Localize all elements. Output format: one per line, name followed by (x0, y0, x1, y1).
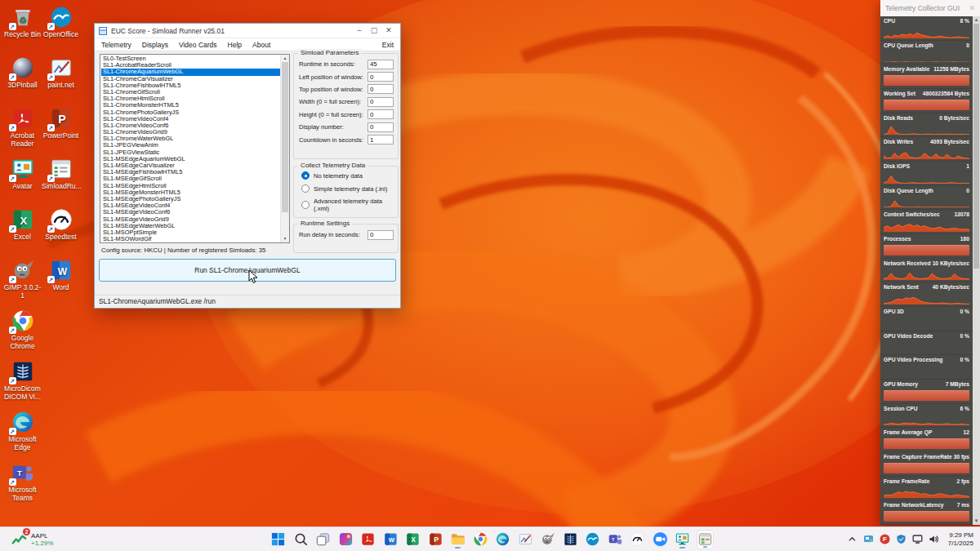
taskbar-icon-acrobat[interactable] (359, 530, 376, 549)
taskbar-icon-designer[interactable] (337, 530, 354, 549)
taskbar-icon-edge[interactable] (494, 530, 511, 549)
radio-icon[interactable] (301, 184, 310, 193)
telemetry-titlebar[interactable]: Telemetry Collector GUI ✕ (880, 0, 980, 16)
taskbar-icon-simload-window[interactable] (697, 530, 714, 549)
param-input[interactable] (368, 60, 394, 69)
menu-item-telemetry[interactable]: Telemetry (101, 41, 131, 49)
param-input[interactable] (368, 84, 394, 94)
tray-f5-icon[interactable]: F (880, 534, 890, 544)
desktop-icon-openoffice[interactable]: ↗OpenOffice (42, 5, 80, 39)
metric-head: Working Set4800323584 Bytes (884, 90, 969, 98)
run-simload-button[interactable]: Run SL1-ChromeAquariumWebGL (99, 259, 396, 282)
simload-window-icon (697, 531, 713, 547)
radio-option[interactable]: Simple telemetry data (.ini) (301, 184, 398, 193)
param-input[interactable] (368, 109, 394, 119)
taskbar-icon-taskview[interactable] (314, 530, 332, 549)
desktop-icon-avatar[interactable]: ↗Avatar (3, 157, 42, 191)
metric-sparkline (884, 195, 969, 207)
param-input[interactable] (368, 97, 394, 107)
taskbar-icon-microdicom[interactable] (562, 530, 579, 549)
telemetry-metric: Working Set4800323584 Bytes (880, 89, 973, 113)
telemetry-metric: GPU Video Decode0 % (880, 331, 973, 356)
taskbar-icon-teams[interactable]: T (607, 530, 624, 549)
metric-sparkline (884, 26, 969, 38)
param-input[interactable] (368, 72, 394, 82)
menu-item-help[interactable]: Help (228, 41, 242, 49)
param-row: Height (0 = full screen): (299, 109, 394, 121)
menu-item-about[interactable]: About (252, 41, 270, 49)
taskbar-icon-start[interactable] (270, 530, 287, 549)
param-input[interactable] (368, 230, 394, 240)
desktop-icon-chrome[interactable]: ↗Google Chrome (3, 309, 42, 350)
desktop-icon-label: Word (42, 284, 80, 292)
taskbar-icon-chrome[interactable] (472, 530, 489, 549)
taskbar-icon-speedtest[interactable] (629, 530, 646, 549)
scroll-thumb[interactable] (282, 62, 288, 212)
desktop-icon-teams[interactable]: T↗Microsoft Teams (3, 460, 42, 502)
desktop-icon-speedtest[interactable]: ↗Speedtest (42, 207, 80, 242)
taskbar-icon-zoom[interactable] (652, 530, 669, 549)
metric-value: 4093 Bytes/sec (930, 138, 969, 146)
scroll-up-icon[interactable]: ▲ (281, 55, 289, 62)
param-input[interactable] (368, 135, 394, 144)
excel-icon: X↗ (11, 207, 35, 232)
taskbar-icon-powerpoint[interactable]: P (427, 530, 444, 549)
tray-volume-icon[interactable] (929, 534, 939, 544)
minimize-icon[interactable]: – (352, 24, 367, 38)
taskbar-icon-word[interactable]: W (382, 530, 399, 549)
taskbar-icon-gimp[interactable] (539, 530, 556, 549)
taskbar-icon-openoffice[interactable] (584, 530, 601, 549)
telemetry-scrollbar[interactable]: ▲ ▼ (973, 16, 980, 525)
telemetry-close-icon[interactable]: ✕ (969, 4, 975, 12)
list-item[interactable]: SL1-MSOWordGif (101, 236, 280, 242)
radio-icon[interactable] (301, 171, 310, 180)
simload-list: SL0-TestScreenSL1-AcrobatReaderScrollSL1… (101, 56, 280, 242)
desktop-icon-edge[interactable]: ↗Microsoft Edge (3, 410, 42, 451)
telemetry-metric: Disk IOPS1 (880, 162, 973, 186)
tray-tray-app-icon[interactable] (863, 534, 874, 544)
desktop-icon-word[interactable]: W↗Word (42, 258, 80, 292)
desktop-icon-microdicom[interactable]: ↗MicroDicom DICOM Vi... (3, 359, 42, 401)
desktop-icon-pinball[interactable]: ↗3DPinball (3, 56, 42, 90)
radio-icon[interactable] (301, 201, 310, 209)
simload-listbox[interactable]: SL0-TestScreenSL1-AcrobatReaderScrollSL1… (100, 54, 290, 243)
telemetry-scroll-up-icon[interactable]: ▲ (973, 16, 980, 24)
desktop-icon-gimp[interactable]: ↗GIMP 3.0.2-1 (3, 258, 42, 300)
metric-value: 0 % (960, 332, 969, 340)
shortcut-arrow-icon: ↗ (47, 124, 55, 131)
tray-network-display-icon[interactable] (912, 534, 923, 544)
window-titlebar[interactable]: EUC Score - Simload Runner v25.01 – ▢ ✕ (95, 24, 400, 38)
param-input[interactable] (368, 122, 394, 132)
desktop-icon-acrobat[interactable]: ↗Acrobat Reader (3, 106, 42, 148)
menu-item-video-cards[interactable]: Video Cards (179, 41, 217, 49)
taskbar-icon-paintnet[interactable] (517, 530, 534, 549)
tray-security-shield-icon[interactable] (896, 534, 906, 544)
menu-item-displays[interactable]: Displays (142, 41, 168, 49)
taskbar: 2 AAPL +1.29% WXPT F 9:29 PM 7/1/2025 (0, 527, 980, 551)
scroll-down-icon[interactable]: ▼ (281, 235, 289, 242)
desktop-icon-powerpoint[interactable]: P↗PowerPoint (42, 106, 80, 140)
list-scrollbar[interactable]: ▲ ▼ (280, 55, 289, 242)
taskbar-clock[interactable]: 9:29 PM 7/1/2025 (948, 531, 973, 547)
maximize-icon[interactable]: ▢ (367, 24, 381, 38)
desktop-icon-paintnet[interactable]: ↗paint.net (42, 56, 80, 90)
radio-option[interactable]: Advanced telemetry data (.xml) (301, 198, 398, 212)
taskbar-icon-search[interactable] (292, 530, 310, 549)
telemetry-scroll-down-icon[interactable]: ▼ (973, 518, 980, 525)
desktop-icon-simloadrunner[interactable]: ↗SimloadRu... (42, 157, 80, 191)
widgets-stock-button[interactable]: 2 AAPL +1.29% (8, 530, 56, 549)
menu-exit[interactable]: Exit (382, 41, 394, 49)
desktop-icon-excel[interactable]: X↗Excel (3, 207, 42, 242)
stock-symbol: AAPL (31, 532, 53, 540)
tray-chevron-up-icon[interactable] (847, 534, 858, 544)
param-label: Height (0 = full screen): (299, 111, 363, 118)
taskbar-icon-excel[interactable]: X (404, 530, 421, 549)
close-icon[interactable]: ✕ (381, 24, 396, 38)
desktop-icon-recycle-bin[interactable]: ♻↗Recycle Bin (3, 5, 42, 39)
metric-label: Frame Average QP (884, 429, 932, 437)
taskbar-icon-avatar[interactable] (674, 530, 691, 549)
radio-option[interactable]: No telemetry data (301, 171, 398, 180)
taskbar-icon-explorer[interactable] (449, 530, 466, 549)
telemetry-scroll-thumb[interactable] (973, 24, 979, 269)
sparkline-full-bar (884, 390, 969, 401)
